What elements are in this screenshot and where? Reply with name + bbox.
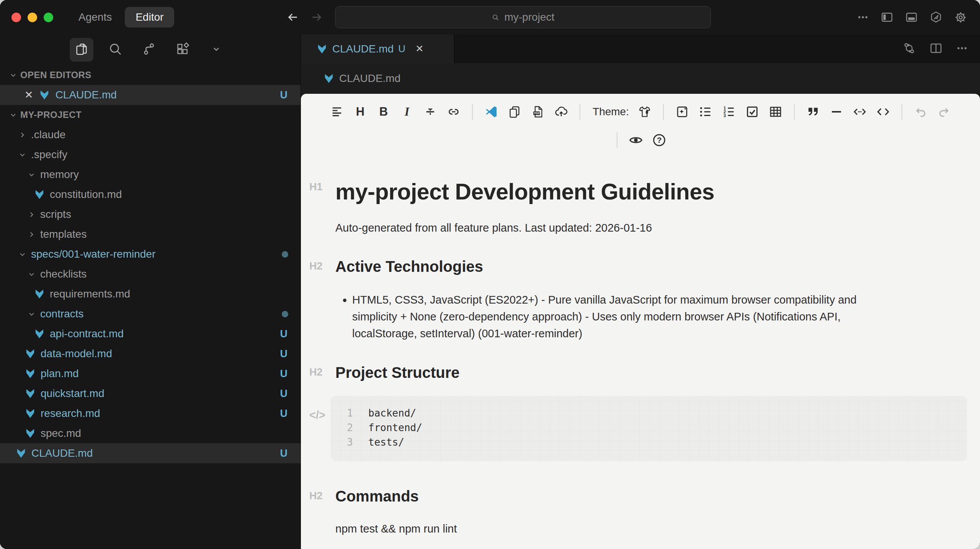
commands-text[interactable]: npm test && npm run lint: [335, 523, 980, 535]
document-subtitle[interactable]: Auto-generated from all feature plans. L…: [335, 222, 980, 234]
theme-button[interactable]: [635, 102, 655, 122]
forward-button[interactable]: [310, 10, 323, 24]
document-title[interactable]: my-project Development Guidelines: [335, 179, 980, 205]
files-view-button[interactable]: [70, 38, 93, 62]
git-branch-icon: [141, 41, 157, 58]
markdown-icon: [39, 89, 50, 101]
split-editor-icon[interactable]: [929, 41, 943, 57]
tree-item-templates[interactable]: templates: [0, 224, 301, 244]
gear-icon[interactable]: [954, 10, 968, 25]
markdown-icon: [323, 73, 335, 84]
checkbox-button[interactable]: [742, 102, 762, 122]
blockquote-button[interactable]: [803, 102, 823, 122]
bullet-list-button[interactable]: [696, 102, 715, 122]
help-button[interactable]: ?: [649, 130, 669, 150]
tree-item-specs-001-water-reminder[interactable]: specs/001-water-reminder: [0, 244, 301, 264]
code-block-button[interactable]: [873, 102, 893, 122]
insert-template-button[interactable]: [672, 102, 692, 122]
table-button[interactable]: [766, 102, 786, 122]
tree-item-contracts[interactable]: contracts: [0, 304, 301, 324]
tree-item-research-md[interactable]: research.mdU: [0, 404, 301, 423]
open-editor-claude-md[interactable]: ✕ CLAUDE.md U: [0, 85, 301, 105]
horizontal-rule-button[interactable]: [826, 102, 846, 122]
close-icon[interactable]: ✕: [24, 89, 33, 101]
redo-button[interactable]: [934, 102, 954, 122]
breadcrumb[interactable]: CLAUDE.md: [301, 63, 980, 94]
box-send-icon[interactable]: [929, 10, 943, 24]
extensions-button[interactable]: [171, 38, 194, 62]
section-heading-technologies[interactable]: Active Technologies: [335, 258, 980, 275]
tab-agents[interactable]: Agents: [78, 11, 112, 23]
cloud-upload-button[interactable]: [551, 102, 571, 122]
layout-sidebar-left-icon[interactable]: [880, 10, 894, 24]
code-line: 1backend/: [331, 406, 967, 420]
export-pdf-button[interactable]: PDF: [528, 102, 548, 122]
tree-item-claude-md[interactable]: CLAUDE.mdU: [0, 443, 301, 463]
preview-button[interactable]: [626, 130, 646, 150]
chevron-down-icon[interactable]: [28, 171, 36, 179]
chevron-right-icon[interactable]: [28, 230, 36, 239]
bold-button[interactable]: B: [374, 102, 394, 122]
close-tab-icon[interactable]: ✕: [415, 43, 424, 55]
open-in-vscode-button[interactable]: [481, 102, 501, 122]
undo-button[interactable]: [911, 102, 931, 122]
project-search-bar[interactable]: my-project: [335, 6, 711, 28]
code-gutter-marker: </>: [309, 409, 325, 422]
more-ellipsis-icon[interactable]: [856, 11, 869, 24]
layout-panel-bottom-icon[interactable]: [905, 10, 918, 24]
tree-item-label: templates: [40, 228, 87, 240]
inline-code-button[interactable]: [850, 102, 870, 122]
tab-editor[interactable]: Editor: [125, 7, 174, 28]
chevron-down-icon[interactable]: [18, 151, 26, 159]
chevron-down-icon[interactable]: [28, 310, 36, 318]
tree-item-requirements-md[interactable]: requirements.md: [0, 284, 301, 304]
section-heading-structure[interactable]: Project Structure: [335, 364, 980, 381]
tree-item-constitution-md[interactable]: constitution.md: [0, 185, 301, 204]
extensions-icon: [175, 41, 190, 58]
project-section-header[interactable]: MY-PROJECT: [0, 105, 301, 125]
tree-item--specify[interactable]: .specify: [0, 145, 301, 165]
editor-tab-claude-md[interactable]: CLAUDE.md U ✕: [301, 34, 454, 63]
search-icon: [492, 13, 500, 21]
open-editors-header[interactable]: OPEN EDITORS: [0, 65, 301, 85]
tree-item-memory[interactable]: memory: [0, 165, 301, 185]
tree-item--claude[interactable]: .claude: [0, 125, 301, 145]
minimize-window-button[interactable]: [28, 13, 37, 22]
arrow-right-icon: [310, 10, 323, 24]
modified-badge: U: [280, 388, 288, 400]
source-control-button[interactable]: [137, 38, 161, 62]
strikethrough-button[interactable]: [420, 102, 440, 122]
search-view-button[interactable]: [103, 38, 127, 62]
section-heading-commands[interactable]: Commands: [335, 488, 980, 505]
numbered-list-button[interactable]: 123: [719, 102, 739, 122]
tree-item-spec-md[interactable]: spec.md: [0, 423, 301, 443]
line-number: 3: [331, 435, 353, 449]
list-item[interactable]: HTML5, CSS3, JavaScript (ES2022+) - Pure…: [352, 291, 882, 342]
chevron-down-icon[interactable]: [28, 270, 36, 278]
markdown-icon: [15, 448, 27, 459]
tree-item-scripts[interactable]: scripts: [0, 204, 301, 224]
chevron-down-icon[interactable]: [18, 250, 26, 258]
tree-item-plan-md[interactable]: plan.mdU: [0, 364, 301, 384]
copy-button[interactable]: [505, 102, 524, 122]
link-button[interactable]: [444, 102, 464, 122]
compare-changes-icon[interactable]: [902, 41, 916, 57]
close-window-button[interactable]: [11, 13, 21, 22]
code-block[interactable]: 1backend/2frontend/3tests/: [331, 396, 967, 461]
paragraph-format-button[interactable]: [327, 102, 347, 122]
tree-item-quickstart-md[interactable]: quickstart.mdU: [0, 384, 301, 404]
heading-button[interactable]: H: [350, 102, 370, 122]
italic-button[interactable]: I: [397, 102, 417, 122]
back-button[interactable]: [286, 10, 300, 24]
zoom-window-button[interactable]: [44, 13, 53, 22]
chevron-right-icon[interactable]: [28, 211, 36, 219]
chevron-right-icon[interactable]: [18, 131, 26, 139]
tree-item-data-model-md[interactable]: data-model.mdU: [0, 344, 301, 364]
tree-item-api-contract-md[interactable]: api-contract.mdU: [0, 324, 301, 344]
markdown-icon: [24, 388, 36, 399]
more-actions-icon[interactable]: [956, 42, 969, 56]
toolbar-divider: [472, 104, 473, 120]
tree-item-label: quickstart.md: [41, 387, 105, 400]
views-chevron-button[interactable]: [204, 38, 228, 62]
tree-item-checklists[interactable]: checklists: [0, 264, 301, 284]
